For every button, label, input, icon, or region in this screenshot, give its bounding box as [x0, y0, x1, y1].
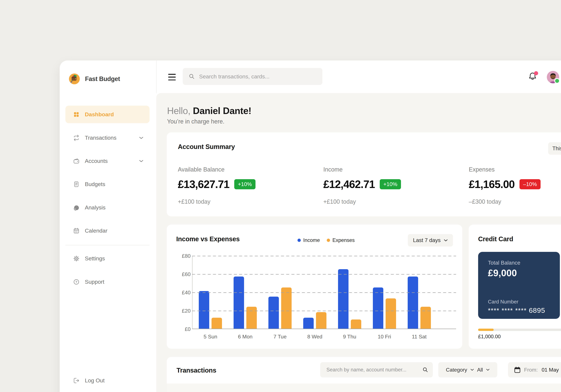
bar-expenses	[212, 318, 222, 329]
sidebar-label: Settings	[85, 255, 105, 262]
global-search-input[interactable]	[199, 73, 322, 80]
legend-item-income: Income	[298, 237, 320, 243]
credit-card-visual[interactable]: Total Balance £9,000 Card Number **** **…	[478, 252, 560, 319]
bar-group-5-sun	[193, 291, 228, 329]
metric-available-balance: Available Balance £13,627.71 +10% +£100 …	[178, 132, 320, 217]
bar-group-11-sat	[402, 277, 437, 329]
sidebar-item-settings[interactable]: Settings	[65, 250, 150, 267]
income-vs-expenses-card: Income vs Expenses Income Expenses Last …	[167, 225, 462, 349]
online-status-dot	[554, 78, 560, 84]
metric-note: –£300 today	[469, 198, 501, 205]
x-tick-label: 11 Sat	[402, 334, 437, 340]
bar-income	[268, 297, 279, 329]
total-balance-label: Total Balance	[488, 260, 520, 266]
card-number-label: Card Number	[488, 299, 518, 305]
x-tick-label: 5 Sun	[193, 334, 228, 340]
transactions-search	[320, 362, 433, 377]
metric-change-badge: –10%	[519, 179, 540, 189]
chevron-down-icon	[470, 369, 474, 371]
credit-card-title: Credit Card	[478, 235, 513, 243]
date-from-label: From:	[524, 367, 538, 373]
y-tick-label: £20	[182, 308, 191, 314]
date-from-picker[interactable]: From: 01 May	[508, 362, 561, 377]
y-tick-label: £80	[182, 253, 191, 259]
chart-x-axis-line	[192, 329, 456, 329]
sidebar-label: Transactions	[85, 134, 116, 141]
sidebar-label: Calendar	[85, 227, 108, 234]
wallet-icon	[73, 157, 80, 165]
search-icon	[422, 367, 428, 373]
x-tick-label: 8 Wed	[298, 334, 332, 340]
transactions-title: Transactions	[177, 367, 216, 374]
topbar-divider	[156, 61, 157, 93]
credit-limit-amount: £1,000.00	[478, 334, 501, 340]
sidebar-label: Accounts	[85, 158, 108, 164]
sidebar-label: Dashboard	[85, 111, 114, 118]
sidebar-item-calendar[interactable]: Calendar	[65, 222, 150, 239]
bar-expenses	[246, 307, 257, 329]
sidebar-item-accounts[interactable]: Accounts	[65, 152, 150, 170]
category-filter-label: Category	[446, 367, 467, 373]
notification-badge-dot	[534, 71, 538, 75]
bar-income	[373, 288, 383, 329]
sidebar-item-support[interactable]: ? Support	[65, 273, 150, 290]
metric-income: Income £12,462.71 +10% +£100 today	[323, 132, 465, 217]
svg-text:?: ?	[75, 280, 77, 284]
card-number-masked: **** **** ****	[488, 307, 527, 314]
bar-group-6-mon	[228, 277, 263, 329]
screen: Fast Budget	[0, 0, 561, 392]
app-logo-icon	[69, 73, 80, 84]
calendar-icon	[73, 227, 80, 234]
chart-range-label: Last 7 days	[413, 237, 441, 243]
category-filter-value: All	[477, 367, 483, 373]
gridline	[192, 274, 456, 275]
notifications-button[interactable]	[528, 72, 538, 82]
greeting-heading: Hello, Daniel Dante!	[167, 105, 251, 116]
metric-value: £13,627.71	[178, 178, 229, 190]
bar-expenses	[421, 307, 431, 329]
bar-income	[408, 277, 418, 329]
x-tick-label: 10 Fri	[367, 334, 402, 340]
card-number-last4: 6895	[529, 306, 545, 314]
sidebar-item-analysis[interactable]: Analysis	[65, 199, 150, 216]
x-tick-label: 9 Thu	[332, 334, 367, 340]
sidebar-item-transactions[interactable]: Transactions	[65, 129, 150, 146]
category-filter-dropdown[interactable]: Category All	[438, 362, 497, 377]
global-search	[183, 68, 322, 85]
greeting-subtitle: You’re in charge here.	[167, 118, 225, 125]
chevron-down-icon	[139, 137, 143, 139]
gear-icon	[73, 255, 80, 262]
chart-range-dropdown[interactable]: Last 7 days	[408, 234, 453, 247]
credit-card-panel: Credit Card Total Balance £9,000 Card Nu…	[469, 225, 561, 349]
chart-x-labels: 5 Sun6 Mon7 Tue8 Wed9 Thu10 Fri11 Sat	[193, 334, 437, 340]
metric-note: +£100 today	[178, 198, 210, 205]
bar-group-9-thu	[332, 269, 367, 329]
chart-title: Income vs Expenses	[176, 235, 240, 243]
date-from-value: 01 May	[542, 367, 559, 373]
bar-income	[338, 269, 348, 329]
x-tick-label: 7 Tue	[263, 334, 298, 340]
transactions-table-header-strip	[167, 383, 561, 392]
metric-label: Expenses	[469, 166, 495, 173]
legend-label: Expenses	[333, 237, 355, 243]
bar-expenses	[351, 320, 361, 329]
legend-dot	[327, 239, 330, 242]
bar-expenses	[281, 288, 291, 329]
transactions-swap-icon	[73, 134, 80, 141]
menu-toggle-button[interactable]	[168, 74, 176, 80]
transactions-search-input[interactable]	[326, 367, 419, 373]
document-icon	[73, 181, 80, 188]
gridline	[192, 256, 456, 256]
sidebar-item-dashboard[interactable]: Dashboard	[65, 106, 150, 123]
sidebar-item-budgets[interactable]: Budgets	[65, 175, 150, 193]
sidebar-label: Analysis	[85, 204, 106, 211]
bar-expenses	[386, 299, 396, 329]
transactions-card: Transactions Category All	[167, 357, 561, 392]
user-avatar[interactable]	[547, 71, 559, 83]
chart-legend: Income Expenses	[298, 237, 355, 243]
account-summary-card: Account Summary This Available Balance £…	[167, 132, 561, 217]
logout-icon	[73, 377, 80, 384]
sidebar-item-logout[interactable]: Log Out	[65, 372, 150, 389]
y-tick-label: £0	[185, 326, 191, 332]
bar-income	[199, 291, 209, 329]
